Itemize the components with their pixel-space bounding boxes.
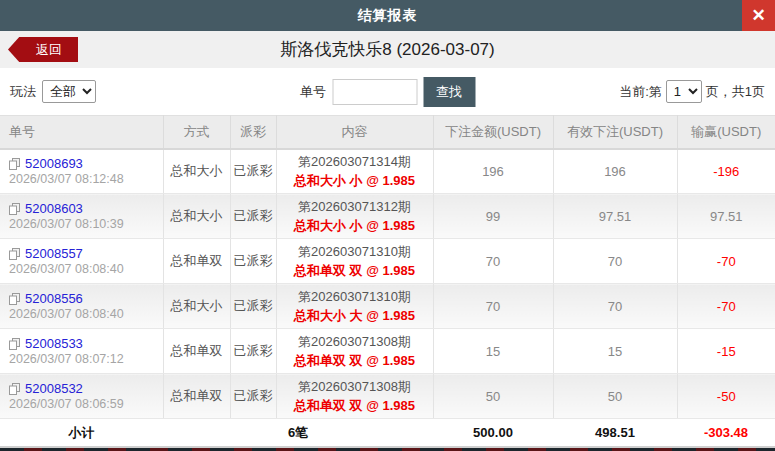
copy-icon[interactable]	[9, 383, 21, 395]
bet-text: 总和大小 小 @ 1.985	[277, 217, 433, 235]
bet-text: 总和大小 大 @ 1.985	[277, 307, 433, 325]
period-text: 第202603071314期	[277, 153, 433, 171]
winloss-value: -70	[677, 284, 775, 329]
period-text: 第202603071310期	[277, 243, 433, 261]
col-valid-amount: 有效下注(USDT)	[553, 116, 677, 149]
col-bet-amount: 下注金额(USDT)	[433, 116, 553, 149]
table-row: 52008556 2026/03/07 08:08:40 总和大小 已派彩 第2…	[0, 284, 775, 329]
col-payout: 派彩	[230, 116, 276, 149]
method-cell: 总和单双	[163, 374, 230, 419]
pagination-bar-clipped[interactable]	[0, 447, 775, 451]
bet-text: 总和单双 双 @ 1.985	[277, 352, 433, 370]
content-cell: 第202603071308期 总和单双 双 @ 1.985	[276, 329, 433, 374]
copy-icon[interactable]	[9, 203, 21, 215]
play-type-select[interactable]: 全部	[42, 80, 96, 103]
play-type-label: 玩法	[10, 83, 36, 101]
bet-amount-value: 70	[433, 239, 553, 284]
order-number-link[interactable]: 52008557	[25, 246, 83, 261]
payout-status: 已派彩	[230, 149, 276, 194]
payout-status: 已派彩	[230, 374, 276, 419]
order-cell: 52008533 2026/03/07 08:07:12	[0, 329, 163, 374]
order-number-link[interactable]: 52008533	[25, 336, 83, 351]
order-time: 2026/03/07 08:06:59	[9, 397, 163, 411]
order-time: 2026/03/07 08:08:40	[9, 262, 163, 276]
copy-icon[interactable]	[9, 158, 21, 170]
summary-valid-amount: 498.51	[553, 419, 677, 447]
title-bar: 结算报表 ✕	[0, 0, 775, 31]
period-text: 第202603071308期	[277, 333, 433, 351]
valid-amount-value: 196	[553, 149, 677, 194]
order-cell: 52008557 2026/03/07 08:08:40	[0, 239, 163, 284]
content-cell: 第202603071314期 总和大小 小 @ 1.985	[276, 149, 433, 194]
copy-icon[interactable]	[9, 293, 21, 305]
col-winloss: 输赢(USDT)	[677, 116, 775, 149]
period-text: 第202603071308期	[277, 378, 433, 396]
table-row: 52008533 2026/03/07 08:07:12 总和单双 已派彩 第2…	[0, 329, 775, 374]
col-method: 方式	[163, 116, 230, 149]
content-cell: 第202603071310期 总和大小 大 @ 1.985	[276, 284, 433, 329]
copy-icon[interactable]	[9, 338, 21, 350]
summary-winloss: -303.48	[677, 419, 775, 447]
bet-amount-value: 99	[433, 194, 553, 239]
subheader: 返回 斯洛伐克快乐8 (2026-03-07)	[0, 31, 775, 68]
bet-amount-value: 15	[433, 329, 553, 374]
content-cell: 第202603071308期 总和单双 双 @ 1.985	[276, 374, 433, 419]
summary-row: 小计 6笔 500.00 498.51 -303.48	[0, 419, 775, 447]
table-row: 52008532 2026/03/07 08:06:59 总和单双 已派彩 第2…	[0, 374, 775, 419]
payout-status: 已派彩	[230, 284, 276, 329]
period-text: 第202603071310期	[277, 288, 433, 306]
order-time: 2026/03/07 08:08:40	[9, 307, 163, 321]
bet-text: 总和单双 双 @ 1.985	[277, 262, 433, 280]
dialog-title: 结算报表	[358, 7, 418, 25]
filter-bar: 玩法 全部 单号 查找 当前:第 1 页，共1页	[0, 68, 775, 115]
table-header-row: 单号 方式 派彩 内容 下注金额(USDT) 有效下注(USDT) 输赢(USD…	[0, 116, 775, 149]
method-cell: 总和大小	[163, 284, 230, 329]
bet-text: 总和大小 小 @ 1.985	[277, 172, 433, 190]
winloss-value: -15	[677, 329, 775, 374]
back-button[interactable]: 返回	[8, 37, 78, 62]
method-cell: 总和单双	[163, 239, 230, 284]
valid-amount-value: 70	[553, 239, 677, 284]
valid-amount-value: 70	[553, 284, 677, 329]
order-search-input[interactable]	[332, 79, 417, 105]
method-cell: 总和大小	[163, 149, 230, 194]
summary-label: 小计	[0, 419, 163, 447]
order-cell: 52008603 2026/03/07 08:10:39	[0, 194, 163, 239]
bet-amount-value: 70	[433, 284, 553, 329]
page-select[interactable]: 1	[666, 80, 702, 103]
period-text: 第202603071312期	[277, 198, 433, 216]
order-number-link[interactable]: 52008556	[25, 291, 83, 306]
page-suffix-label: 页，共1页	[706, 83, 765, 101]
bet-amount-value: 196	[433, 149, 553, 194]
page-prefix-label: 当前:第	[619, 83, 662, 101]
table-row: 52008557 2026/03/07 08:08:40 总和单双 已派彩 第2…	[0, 239, 775, 284]
page-title: 斯洛伐克快乐8 (2026-03-07)	[280, 38, 494, 61]
order-cell: 52008532 2026/03/07 08:06:59	[0, 374, 163, 419]
winloss-value: -50	[677, 374, 775, 419]
bet-amount-value: 50	[433, 374, 553, 419]
order-number-link[interactable]: 52008532	[25, 381, 83, 396]
copy-icon[interactable]	[9, 248, 21, 260]
search-button[interactable]: 查找	[423, 77, 475, 107]
col-order: 单号	[0, 116, 163, 149]
content-cell: 第202603071310期 总和单双 双 @ 1.985	[276, 239, 433, 284]
payout-status: 已派彩	[230, 239, 276, 284]
winloss-value: -196	[677, 149, 775, 194]
summary-bet-amount: 500.00	[433, 419, 553, 447]
order-number-link[interactable]: 52008693	[25, 156, 83, 171]
winloss-value: 97.51	[677, 194, 775, 239]
close-button[interactable]: ✕	[742, 0, 775, 31]
order-time: 2026/03/07 08:07:12	[9, 352, 163, 366]
order-cell: 52008556 2026/03/07 08:08:40	[0, 284, 163, 329]
payout-status: 已派彩	[230, 329, 276, 374]
order-cell: 52008693 2026/03/07 08:12:48	[0, 149, 163, 194]
order-search-label: 单号	[300, 83, 326, 101]
payout-status: 已派彩	[230, 194, 276, 239]
table-row: 52008603 2026/03/07 08:10:39 总和大小 已派彩 第2…	[0, 194, 775, 239]
order-number-link[interactable]: 52008603	[25, 201, 83, 216]
bet-text: 总和单双 双 @ 1.985	[277, 397, 433, 415]
valid-amount-value: 15	[553, 329, 677, 374]
valid-amount-value: 50	[553, 374, 677, 419]
table-row: 52008693 2026/03/07 08:12:48 总和大小 已派彩 第2…	[0, 149, 775, 194]
bets-table: 单号 方式 派彩 内容 下注金额(USDT) 有效下注(USDT) 输赢(USD…	[0, 115, 775, 447]
